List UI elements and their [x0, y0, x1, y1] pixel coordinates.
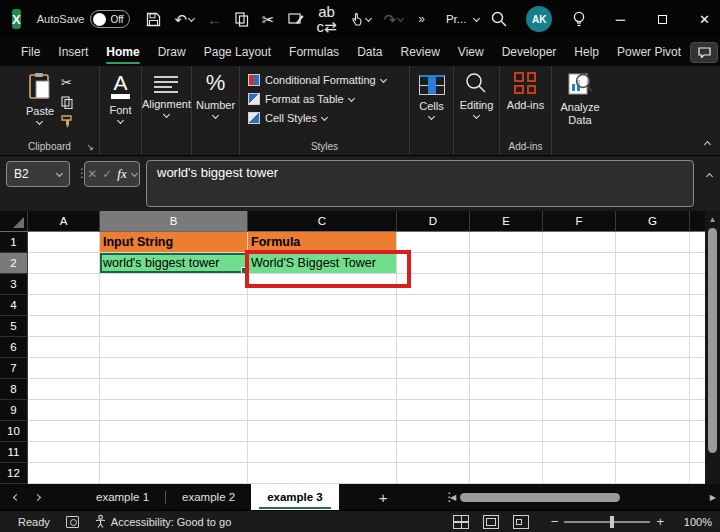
- zoom-in-button[interactable]: +: [656, 514, 664, 529]
- toolbar-overflow-icon[interactable]: »: [418, 12, 424, 26]
- cell-C11[interactable]: [248, 442, 397, 463]
- cell-F10[interactable]: [543, 421, 616, 442]
- cancel-icon[interactable]: ✕: [87, 167, 97, 181]
- cell-A6[interactable]: [28, 337, 100, 358]
- cell-G1[interactable]: [616, 232, 690, 253]
- tab-insert[interactable]: Insert: [49, 38, 97, 66]
- zoom-level[interactable]: 100%: [674, 516, 712, 528]
- page-layout-view-button[interactable]: [483, 515, 499, 529]
- collapse-formula-bar-icon[interactable]: [706, 173, 713, 180]
- cell-E8[interactable]: [470, 379, 543, 400]
- cell-C9[interactable]: [248, 400, 397, 421]
- maximize-button[interactable]: [641, 0, 683, 38]
- sheet-tab-example-1[interactable]: example 1: [80, 484, 165, 510]
- scroll-up-icon[interactable]: ▲: [709, 211, 717, 226]
- cell-F8[interactable]: [543, 379, 616, 400]
- cell-B4[interactable]: [100, 295, 248, 316]
- cell-B11[interactable]: [100, 442, 248, 463]
- cell-C4[interactable]: [248, 295, 397, 316]
- cell-D9[interactable]: [397, 400, 470, 421]
- cell-B9[interactable]: [100, 400, 248, 421]
- save-icon[interactable]: [146, 12, 161, 27]
- cell-D12[interactable]: [397, 463, 470, 484]
- cell-B6[interactable]: [100, 337, 248, 358]
- cell-C10[interactable]: [248, 421, 397, 442]
- cell-E10[interactable]: [470, 421, 543, 442]
- undo-icon[interactable]: ↶: [174, 12, 194, 27]
- font-button[interactable]: A Font: [109, 72, 131, 123]
- zoom-slider-thumb[interactable]: [610, 516, 614, 528]
- cell-A4[interactable]: [28, 295, 100, 316]
- cell-F2[interactable]: [543, 253, 616, 274]
- cells-button[interactable]: Cells: [419, 72, 445, 119]
- scroll-left-icon[interactable]: ◀: [450, 493, 456, 502]
- cell-B7[interactable]: [100, 358, 248, 379]
- cell-C2[interactable]: World'S Biggest Tower: [248, 253, 397, 274]
- row-header-11[interactable]: 11: [0, 442, 28, 463]
- row-header-5[interactable]: 5: [0, 316, 28, 337]
- column-header-A[interactable]: A: [28, 211, 100, 232]
- cell-D10[interactable]: [397, 421, 470, 442]
- horizontal-scroll-thumb[interactable]: [460, 493, 620, 502]
- column-header-B[interactable]: B: [100, 211, 248, 232]
- cell-D6[interactable]: [397, 337, 470, 358]
- cell-A7[interactable]: [28, 358, 100, 379]
- page-break-view-button[interactable]: [513, 515, 529, 529]
- sheet-nav-right-icon[interactable]: [34, 493, 41, 500]
- row-header-9[interactable]: 9: [0, 400, 28, 421]
- cell-B3[interactable]: [100, 274, 248, 295]
- tab-formulas[interactable]: Formulas: [280, 38, 348, 66]
- cell-G11[interactable]: [616, 442, 690, 463]
- tab-developer[interactable]: Developer: [493, 38, 566, 66]
- edit-image-icon[interactable]: [288, 12, 304, 26]
- copy-icon[interactable]: [235, 12, 249, 27]
- redo-icon[interactable]: ↷: [384, 12, 404, 27]
- enter-icon[interactable]: ✓: [102, 167, 112, 181]
- zoom-out-button[interactable]: −: [551, 514, 559, 529]
- format-painter-button[interactable]: [60, 115, 73, 128]
- formula-input[interactable]: world's biggest tower: [146, 160, 694, 207]
- cell-G8[interactable]: [616, 379, 690, 400]
- tab-page-layout[interactable]: Page Layout: [195, 38, 280, 66]
- tab-power-pivot[interactable]: Power Pivot: [608, 38, 690, 66]
- cell-F12[interactable]: [543, 463, 616, 484]
- cell-F9[interactable]: [543, 400, 616, 421]
- cell-C7[interactable]: [248, 358, 397, 379]
- cell-C5[interactable]: [248, 316, 397, 337]
- styles-item-cell-styles[interactable]: Cell Styles: [248, 112, 386, 124]
- cell-F7[interactable]: [543, 358, 616, 379]
- sheet-tab-example-3[interactable]: example 3: [251, 484, 339, 510]
- styles-item-format-as-table[interactable]: Format as Table: [248, 93, 386, 105]
- cell-E4[interactable]: [470, 295, 543, 316]
- back-icon[interactable]: ←: [207, 12, 222, 27]
- tab-view[interactable]: View: [449, 38, 493, 66]
- cell-G9[interactable]: [616, 400, 690, 421]
- select-all-button[interactable]: [0, 211, 28, 232]
- cell-A5[interactable]: [28, 316, 100, 337]
- editing-button[interactable]: Editing: [460, 72, 494, 118]
- zoom-slider[interactable]: [564, 521, 650, 523]
- vertical-scrollbar[interactable]: ▲: [705, 211, 720, 484]
- row-header-2[interactable]: 2: [0, 253, 28, 274]
- column-header-F[interactable]: F: [543, 211, 616, 232]
- row-header-6[interactable]: 6: [0, 337, 28, 358]
- cell-A9[interactable]: [28, 400, 100, 421]
- horizontal-scrollbar[interactable]: ◀ ▶: [450, 488, 716, 506]
- cell-D2[interactable]: [397, 253, 470, 274]
- cell-F1[interactable]: [543, 232, 616, 253]
- cell-F4[interactable]: [543, 295, 616, 316]
- cell-B8[interactable]: [100, 379, 248, 400]
- cut-icon[interactable]: ✂: [262, 12, 275, 27]
- cell-E11[interactable]: [470, 442, 543, 463]
- cell-D11[interactable]: [397, 442, 470, 463]
- cell-A1[interactable]: [28, 232, 100, 253]
- insert-function-icon[interactable]: fx: [117, 166, 126, 182]
- column-header-D[interactable]: D: [397, 211, 470, 232]
- cell-E12[interactable]: [470, 463, 543, 484]
- cell-B2[interactable]: world's biggest tower: [100, 253, 248, 274]
- row-header-10[interactable]: 10: [0, 421, 28, 442]
- tab-draw[interactable]: Draw: [149, 38, 195, 66]
- cell-C8[interactable]: [248, 379, 397, 400]
- add-sheet-button[interactable]: +: [379, 489, 388, 506]
- comments-button[interactable]: [690, 42, 718, 63]
